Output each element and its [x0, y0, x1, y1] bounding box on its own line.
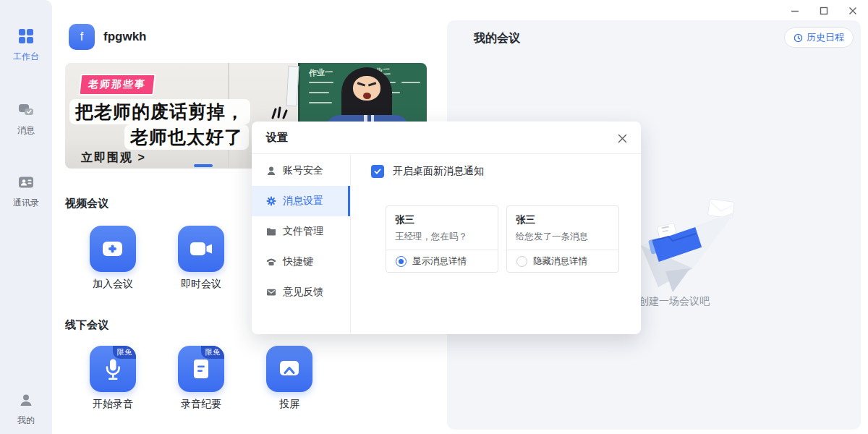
minimize-button[interactable]	[786, 3, 804, 19]
sidebar-item-label: 通讯录	[0, 197, 52, 209]
notification-preview-cards: 张三 王经理，您在吗？ 显示消息详情 张三 给您发了一条消息 隐藏消息详情	[386, 205, 641, 273]
close-icon	[618, 134, 627, 143]
badge-limited-free: 限免	[113, 346, 136, 359]
sidebar-item-profile[interactable]: 我的	[0, 391, 52, 427]
settings-dialog-body: 账号安全 消息设置 文件管理	[252, 154, 641, 333]
settings-content: 开启桌面新消息通知 张三 王经理，您在吗？ 显示消息详情 张三 给您发了一条消息	[351, 154, 641, 333]
character-brow	[357, 82, 365, 86]
settings-menu-label: 消息设置	[283, 195, 323, 208]
preview-message: 王经理，您在吗？	[386, 226, 498, 250]
preview-message: 给您发了一条消息	[507, 226, 618, 250]
sidebar-item-label: 工作台	[0, 51, 52, 63]
banner-headline-1: 把老师的废话剪掉，	[69, 99, 250, 124]
preview-card-hide-details: 张三 给您发了一条消息 隐藏消息详情	[506, 205, 619, 273]
app-label: 投屏	[257, 398, 322, 411]
instant-meeting-icon	[178, 226, 224, 272]
banner-pagination-dash[interactable]	[194, 164, 213, 167]
settings-menu: 账号安全 消息设置 文件管理	[252, 154, 351, 333]
character-mouth	[363, 93, 371, 99]
character-brow	[368, 82, 376, 86]
close-icon	[848, 6, 858, 16]
app-label: 即时会议	[169, 278, 234, 291]
join-meeting-icon	[90, 226, 136, 272]
settings-menu-account-security[interactable]: 账号安全	[252, 156, 350, 186]
sidebar-item-label: 消息	[0, 124, 52, 137]
character-face	[353, 76, 380, 101]
window-controls	[786, 3, 862, 19]
settings-menu-label: 文件管理	[283, 225, 323, 238]
section-title-video: 视频会议	[65, 197, 109, 210]
maximize-icon	[819, 6, 829, 16]
settings-menu-label: 账号安全	[283, 164, 323, 177]
banner-headline-2: 老师也太好了	[124, 124, 249, 150]
phone-icon	[266, 257, 276, 267]
preview-card-show-details: 张三 王经理，您在吗？ 显示消息详情	[386, 205, 498, 273]
document-icon: 限免	[178, 346, 224, 392]
sidebar: 工作台 消息 通讯录 我的	[0, 0, 52, 434]
folder-icon	[266, 226, 276, 237]
settings-menu-label: 快捷键	[283, 255, 313, 268]
notification-label: 开启桌面新消息通知	[393, 165, 484, 178]
sidebar-item-workbench[interactable]: 工作台	[0, 27, 52, 63]
exclaim-doodle-icon	[270, 101, 289, 122]
avatar[interactable]: f	[69, 24, 95, 50]
clock-icon	[793, 33, 803, 43]
section-title-offline: 线下会议	[65, 318, 109, 332]
banner-tag: 老师那些事	[78, 74, 156, 95]
radio-unselected-icon[interactable]	[516, 256, 527, 267]
username: fpgwkh	[103, 30, 147, 44]
settings-dialog-header: 设置	[252, 122, 641, 154]
meetings-title: 我的会议	[474, 31, 520, 46]
checkbox-checked-icon[interactable]	[371, 165, 384, 178]
settings-menu-feedback[interactable]: 意见反馈	[252, 277, 350, 307]
empty-state-text: 创建一场会议吧	[639, 295, 710, 308]
settings-menu-label: 意见反馈	[283, 286, 323, 299]
settings-dialog-title: 设置	[266, 131, 288, 145]
banner-cta[interactable]: 立即围观 >	[81, 150, 146, 166]
app-label: 开始录音	[80, 398, 145, 411]
history-schedule-button[interactable]: 历史日程	[784, 27, 854, 48]
app-instant-meeting[interactable]: 即时会议	[178, 226, 224, 272]
settings-dialog: 设置 账号安全	[252, 122, 641, 334]
option-label: 显示消息详情	[412, 255, 467, 268]
person-icon	[17, 391, 35, 409]
dialog-close-button[interactable]	[615, 131, 629, 145]
chat-icon	[17, 101, 35, 119]
app-join-meeting[interactable]: 加入会议	[90, 226, 136, 272]
option-hide-message-details[interactable]: 隐藏消息详情	[507, 250, 618, 272]
app-screen-cast[interactable]: 投屏	[266, 346, 312, 392]
close-button[interactable]	[843, 3, 862, 19]
option-show-message-details[interactable]: 显示消息详情	[386, 250, 498, 272]
microphone-icon: 限免	[90, 346, 136, 392]
user-icon	[266, 166, 276, 176]
app-label: 录音纪要	[169, 398, 234, 411]
gear-icon	[266, 196, 276, 206]
radio-selected-icon[interactable]	[396, 256, 407, 267]
preview-sender: 张三	[507, 206, 618, 226]
mail-icon	[266, 287, 276, 297]
sidebar-item-label: 我的	[0, 414, 52, 427]
app-start-recording[interactable]: 限免 开始录音	[90, 346, 136, 392]
option-label: 隐藏消息详情	[533, 255, 587, 268]
settings-menu-shortcuts[interactable]: 快捷键	[252, 247, 350, 277]
contacts-icon	[17, 174, 35, 191]
app-label: 加入会议	[80, 278, 145, 291]
app-recording-minutes[interactable]: 限免 录音纪要	[178, 346, 224, 392]
settings-menu-file-management[interactable]: 文件管理	[252, 216, 350, 247]
sidebar-item-messages[interactable]: 消息	[0, 101, 52, 137]
sidebar-item-contacts[interactable]: 通讯录	[0, 174, 52, 209]
badge-limited-free: 限免	[201, 346, 224, 359]
settings-menu-message-settings[interactable]: 消息设置	[252, 186, 350, 216]
history-schedule-label: 历史日程	[807, 31, 844, 44]
grid-icon	[17, 27, 35, 45]
cast-icon	[266, 346, 312, 392]
app-window: 工作台 消息 通讯录 我的	[0, 0, 868, 434]
avatar-letter: f	[80, 30, 83, 43]
maximize-button[interactable]	[814, 3, 833, 19]
minimize-icon	[790, 6, 800, 16]
desktop-notification-toggle[interactable]: 开启桌面新消息通知	[371, 165, 641, 178]
preview-sender: 张三	[386, 206, 498, 226]
